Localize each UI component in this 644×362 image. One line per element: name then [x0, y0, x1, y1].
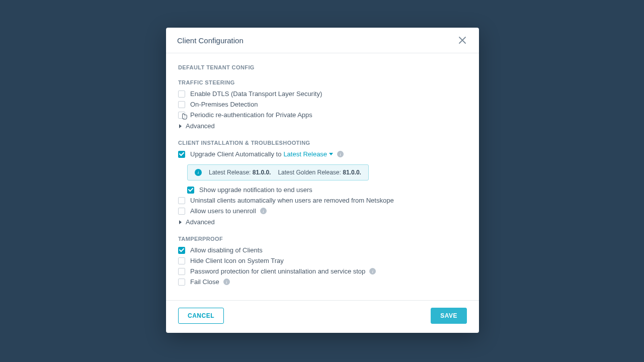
hide-icon-checkbox[interactable]	[178, 257, 185, 264]
allow-unenroll-checkbox[interactable]	[178, 208, 185, 215]
uninstall-auto-label: Uninstall clients automatically when use…	[190, 197, 394, 204]
install-advanced-toggle[interactable]: Advanced	[178, 216, 467, 227]
fail-close-row: Fail Close	[178, 277, 467, 287]
tamperproof-heading: TAMPERPROOF	[178, 236, 467, 242]
traffic-advanced-label: Advanced	[186, 122, 215, 130]
traffic-advanced-toggle[interactable]: Advanced	[178, 120, 467, 131]
modal-body: DEFAULT TENANT CONFIG TRAFFIC STEERING E…	[166, 53, 479, 297]
caret-right-icon	[179, 220, 182, 224]
info-icon[interactable]	[260, 208, 267, 214]
info-icon[interactable]	[369, 268, 376, 275]
on-premises-checkbox[interactable]	[178, 101, 185, 108]
uninstall-auto-checkbox[interactable]	[178, 197, 185, 204]
info-circle-icon	[195, 169, 202, 176]
show-notification-checkbox[interactable]	[187, 187, 194, 194]
info-icon[interactable]	[337, 151, 344, 157]
close-button[interactable]	[457, 35, 468, 46]
show-notification-label: Show upgrade notification to end users	[199, 186, 312, 194]
cancel-button[interactable]: Cancel	[178, 308, 224, 324]
hide-icon-row: Hide Client Icon on System Tray	[178, 255, 467, 266]
install-heading: CLIENT INSTALLATION & TROUBLESHOOTING	[178, 140, 467, 146]
golden-release-text: Latest Golden Release: 81.0.0.	[278, 169, 361, 176]
on-premises-row: On-Premises Detection	[178, 99, 467, 110]
upgrade-auto-row: Upgrade Client Automatically to Latest R…	[178, 149, 467, 159]
info-icon[interactable]	[223, 279, 230, 285]
periodic-reauth-checkbox[interactable]	[178, 112, 185, 119]
enable-dtls-label: Enable DTLS (Data Transport Layer Securi…	[190, 90, 322, 98]
traffic-steering-heading: TRAFFIC STEERING	[178, 79, 467, 85]
allow-unenroll-label: Allow users to unenroll	[190, 207, 256, 215]
modal-header: Client Configuration	[166, 28, 479, 53]
client-configuration-modal: Client Configuration DEFAULT TENANT CONF…	[166, 28, 479, 333]
fail-close-label: Fail Close	[190, 278, 219, 286]
chevron-down-icon	[329, 153, 333, 155]
upgrade-release-value: Latest Release	[283, 150, 327, 158]
allow-disable-label: Allow disabling of Clients	[190, 246, 263, 254]
upgrade-auto-label: Upgrade Client Automatically to	[190, 150, 281, 158]
password-protect-label: Password protection for client uninstall…	[190, 267, 365, 275]
tenant-heading: DEFAULT TENANT CONFIG	[178, 64, 467, 70]
caret-right-icon	[179, 124, 182, 128]
modal-footer: Cancel Save	[166, 300, 479, 333]
allow-disable-row: Allow disabling of Clients	[178, 245, 467, 255]
upgrade-auto-checkbox[interactable]	[178, 151, 185, 158]
allow-unenroll-row: Allow users to unenroll	[178, 206, 467, 216]
enable-dtls-checkbox[interactable]	[178, 90, 185, 98]
password-protect-checkbox[interactable]	[178, 268, 185, 275]
upgrade-release-dropdown[interactable]: Latest Release	[283, 150, 333, 158]
uninstall-auto-row: Uninstall clients automatically when use…	[178, 195, 467, 206]
periodic-reauth-label: Periodic re-authentication for Private A…	[190, 111, 312, 119]
show-notification-row: Show upgrade notification to end users	[187, 185, 467, 195]
install-advanced-label: Advanced	[186, 218, 215, 226]
close-icon	[459, 37, 466, 44]
modal-title: Client Configuration	[177, 36, 244, 45]
fail-close-checkbox[interactable]	[178, 279, 185, 286]
enable-dtls-row: Enable DTLS (Data Transport Layer Securi…	[178, 88, 467, 99]
on-premises-label: On-Premises Detection	[190, 101, 258, 108]
periodic-reauth-row: Periodic re-authentication for Private A…	[178, 110, 467, 120]
save-button[interactable]: Save	[431, 308, 467, 324]
hide-icon-label: Hide Client Icon on System Tray	[190, 257, 284, 264]
release-info-box: Latest Release: 81.0.0. Latest Golden Re…	[187, 164, 369, 180]
password-protect-row: Password protection for client uninstall…	[178, 266, 467, 277]
allow-disable-checkbox[interactable]	[178, 247, 185, 254]
latest-release-text: Latest Release: 81.0.0.	[209, 169, 271, 176]
